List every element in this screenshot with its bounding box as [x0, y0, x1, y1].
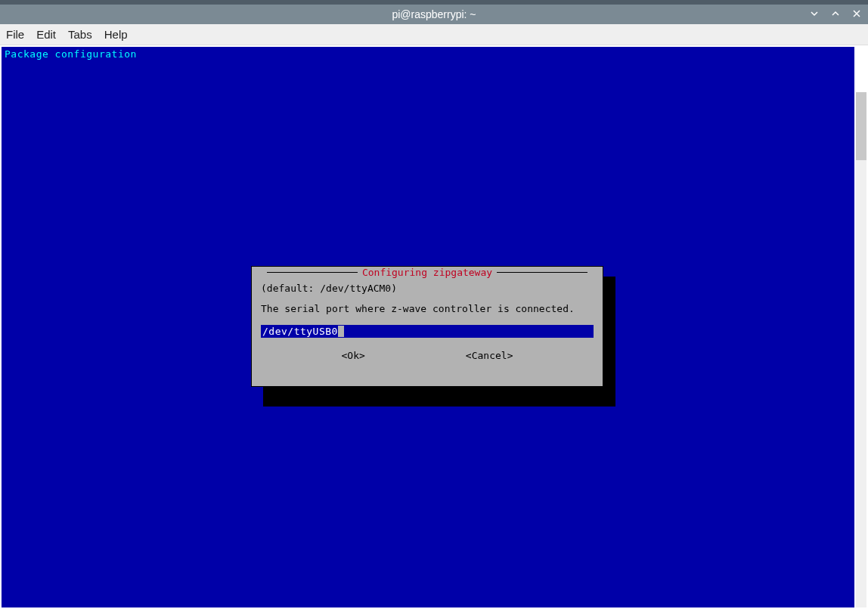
- minimize-icon[interactable]: [809, 8, 820, 20]
- scrollbar[interactable]: [856, 92, 866, 607]
- cancel-button[interactable]: <Cancel>: [466, 350, 513, 361]
- menu-tabs[interactable]: Tabs: [68, 28, 92, 41]
- menubar: File Edit Tabs Help: [0, 24, 868, 45]
- window-titlebar: pi@raspberrypi: ~: [0, 0, 868, 24]
- terminal[interactable]: Package configuration Configuring zipgat…: [2, 47, 854, 607]
- ok-button[interactable]: <Ok>: [342, 350, 365, 361]
- dialog-buttons: <Ok> <Cancel>: [261, 350, 594, 361]
- window-controls: [809, 8, 862, 20]
- window-title: pi@raspberrypi: ~: [392, 8, 476, 20]
- dialog-title-row: Configuring zipgateway: [259, 267, 595, 278]
- scrollbar-thumb[interactable]: [856, 92, 866, 160]
- dialog-title: Configuring zipgateway: [358, 267, 497, 278]
- serial-port-input[interactable]: /dev/ttyUSB0: [261, 325, 594, 338]
- dialog-prompt: The serial port where z-wave controller …: [261, 303, 594, 314]
- menu-edit[interactable]: Edit: [36, 28, 56, 41]
- config-dialog: Configuring zipgateway (default: /dev/tt…: [251, 266, 603, 387]
- terminal-container: Package configuration Configuring zipgat…: [0, 45, 868, 609]
- text-cursor: [338, 326, 344, 337]
- dialog-default-hint: (default: /dev/ttyACM0): [261, 283, 594, 294]
- package-configuration-header: Package configuration: [2, 47, 854, 61]
- close-icon[interactable]: [851, 8, 862, 20]
- maximize-icon[interactable]: [830, 8, 841, 20]
- menu-file[interactable]: File: [6, 28, 24, 41]
- menu-help[interactable]: Help: [104, 28, 128, 41]
- serial-port-value: /dev/ttyUSB0: [262, 326, 338, 337]
